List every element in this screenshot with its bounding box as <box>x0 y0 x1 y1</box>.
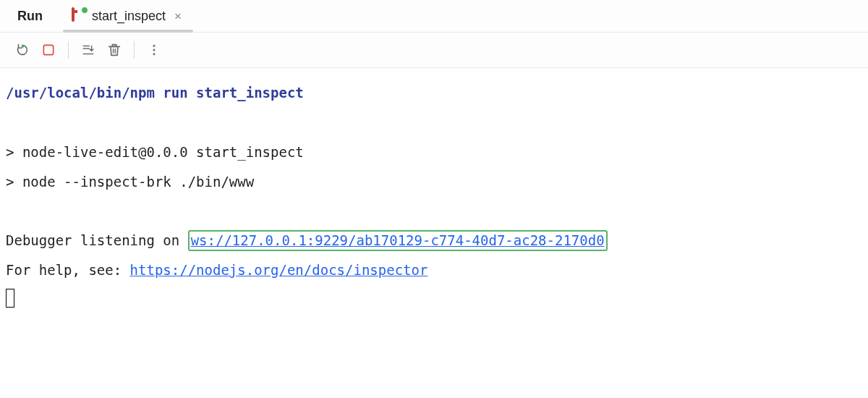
rerun-button[interactable] <box>12 39 33 61</box>
command-line: /usr/local/bin/npm run start_inspect <box>6 85 304 101</box>
run-tool-label[interactable]: Run <box>7 0 53 32</box>
rerun-icon <box>14 42 30 58</box>
soft-wrap-button[interactable] <box>77 39 99 61</box>
more-actions-button[interactable] <box>143 39 165 61</box>
debugger-line: Debugger listening on ws://127.0.0.1:922… <box>6 232 608 248</box>
close-icon[interactable]: × <box>171 10 184 22</box>
output-line: > node-live-edit@0.0.0 start_inspect <box>6 144 304 160</box>
console-cursor <box>6 289 14 308</box>
clear-all-button[interactable] <box>103 39 125 61</box>
toolbar <box>0 33 868 68</box>
npm-run-config-icon <box>72 9 86 23</box>
toolbar-divider <box>134 41 135 59</box>
help-line: For help, see: https://nodejs.org/en/doc… <box>6 262 427 278</box>
trash-icon <box>106 42 122 58</box>
output-line: > node --inspect-brk ./bin/www <box>6 174 254 190</box>
debugger-prefix: Debugger listening on <box>6 232 188 248</box>
help-prefix: For help, see: <box>6 262 130 278</box>
svg-rect-0 <box>43 45 53 54</box>
svg-point-6 <box>153 45 156 47</box>
tab-title: start_inspect <box>92 9 166 24</box>
run-config-tab[interactable]: start_inspect × <box>63 0 193 32</box>
svg-point-7 <box>153 49 156 51</box>
scroll-to-end-icon <box>80 42 96 58</box>
stop-icon <box>41 43 56 57</box>
ws-url-link[interactable]: ws://127.0.0.1:9229/ab170129-c774-40d7-a… <box>191 232 605 248</box>
help-url-link[interactable]: https://nodejs.org/en/docs/inspector <box>130 262 428 278</box>
tab-row: Run start_inspect × <box>0 0 868 33</box>
stop-button[interactable] <box>38 39 59 61</box>
svg-point-8 <box>153 53 156 55</box>
toolbar-divider <box>68 41 69 59</box>
kebab-icon <box>147 43 161 57</box>
console-output[interactable]: /usr/local/bin/npm run start_inspect > n… <box>0 68 868 325</box>
ws-url-highlight: ws://127.0.0.1:9229/ab170129-c774-40d7-a… <box>188 230 608 251</box>
